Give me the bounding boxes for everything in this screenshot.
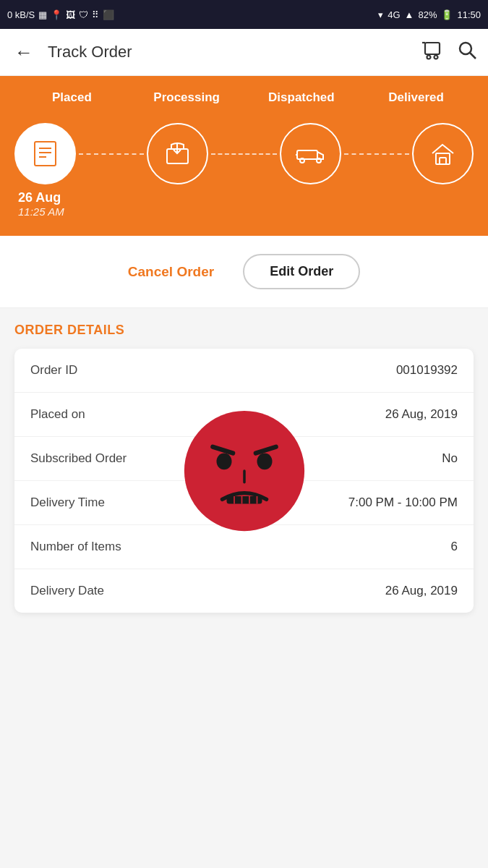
battery-icon: 🔋 [441,9,453,20]
edit-order-button[interactable]: Edit Order [243,254,360,289]
step-dispatched-label: Dispatched [268,90,335,105]
step-placed-label: Placed [52,90,92,105]
label-deliverytime: Delivery Time [30,495,105,510]
step-delivered: Delivered [359,90,474,112]
gallery-icon: 🖼 [66,9,75,20]
wifi-icon: ▾ [378,9,383,20]
svg-point-1 [427,56,431,59]
svg-point-4 [460,43,471,54]
label-placedon: Placed on [30,407,85,422]
step-placed: Placed [14,90,129,112]
data-speed: 0 kB/S [7,9,35,20]
tracker-steps: Placed Processing Dispatched Delivered [14,90,474,112]
step-processing: Processing [129,90,244,112]
top-nav: ← Track Order [0,29,488,76]
network-type: 4G [388,9,400,20]
circle-delivered [412,123,474,184]
cart-icon[interactable] [421,40,444,64]
detail-row-deliverydate: Delivery Date 26 Aug, 2019 [14,569,474,613]
shield-icon: 🛡 [79,9,88,20]
svg-point-13 [300,158,304,163]
value-subscribed: No [442,451,458,466]
label-deliverydate: Delivery Date [30,584,104,598]
action-area: Cancel Order Edit Order [0,236,488,308]
svg-rect-6 [35,142,56,166]
label-orderid: Order ID [30,363,77,378]
stop-icon: ⬛ [103,9,114,20]
svg-point-2 [435,56,438,59]
value-deliverydate: 26 Aug, 2019 [385,584,458,598]
status-right: ▾ 4G ▲ 82% 🔋 11:50 [378,9,481,20]
detail-row-placedon: Placed on 26 Aug, 2019 [14,393,474,437]
value-deliverytime: 7:00 PM - 10:00 PM [348,495,458,510]
back-button[interactable]: ← [11,39,37,65]
dots-icon: ⠿ [92,9,99,20]
value-placedon: 26 Aug, 2019 [385,407,458,422]
step-processing-label: Processing [153,90,220,105]
tracker-date-info: 26 Aug 11:25 AM [14,190,474,218]
order-details-section: ORDER DETAILS [0,308,488,620]
order-details-title: ORDER DETAILS [14,323,474,338]
nav-icons [421,40,477,64]
status-bar: 0 kB/S ▦ 📍 🖼 🛡 ⠿ ⬛ ▾ 4G ▲ 82% 🔋 11:50 [0,0,488,29]
page-title: Track Order [48,43,414,61]
svg-rect-17 [440,158,446,164]
svg-rect-12 [297,150,317,159]
dashed-2 [211,153,276,155]
search-icon[interactable] [457,40,477,64]
svg-line-5 [470,53,476,59]
step-delivered-label: Delivered [388,90,444,105]
tracker-banner: Placed Processing Dispatched Delivered [0,76,488,236]
detail-row-numitems: Number of Items 6 [14,525,474,569]
svg-point-14 [317,158,321,163]
detail-row-subscribed: Subscribed Order No [14,437,474,481]
maps-icon: 📍 [51,9,62,20]
tracker-circles-row [14,123,474,184]
svg-rect-0 [425,43,440,54]
value-orderid: 001019392 [396,363,458,378]
cancel-order-button[interactable]: Cancel Order [128,264,214,280]
svg-rect-16 [436,153,450,164]
step-dispatched: Dispatched [244,90,359,112]
label-numitems: Number of Items [30,540,121,554]
signal-icon: ▲ [405,9,414,20]
status-left: 0 kB/S ▦ 📍 🖼 🛡 ⠿ ⬛ [7,9,114,20]
label-subscribed: Subscribed Order [30,451,127,466]
detail-row-orderid: Order ID 001019392 [14,349,474,393]
time-display: 11:50 [457,9,481,20]
battery-level: 82% [418,9,437,20]
sim-icon: ▦ [38,9,47,20]
circle-processing [147,123,208,184]
dashed-1 [79,153,144,155]
detail-row-deliverytime: Delivery Time 7:00 PM - 10:00 PM [14,481,474,525]
placed-time: 11:25 AM [18,205,474,218]
dashed-3 [344,153,409,155]
circle-dispatched [280,123,341,184]
value-numitems: 6 [451,540,458,554]
details-card: Order ID 001019392 Placed on 26 Aug, 201… [14,349,474,613]
circle-placed [14,123,76,184]
placed-date: 26 Aug [18,190,474,205]
